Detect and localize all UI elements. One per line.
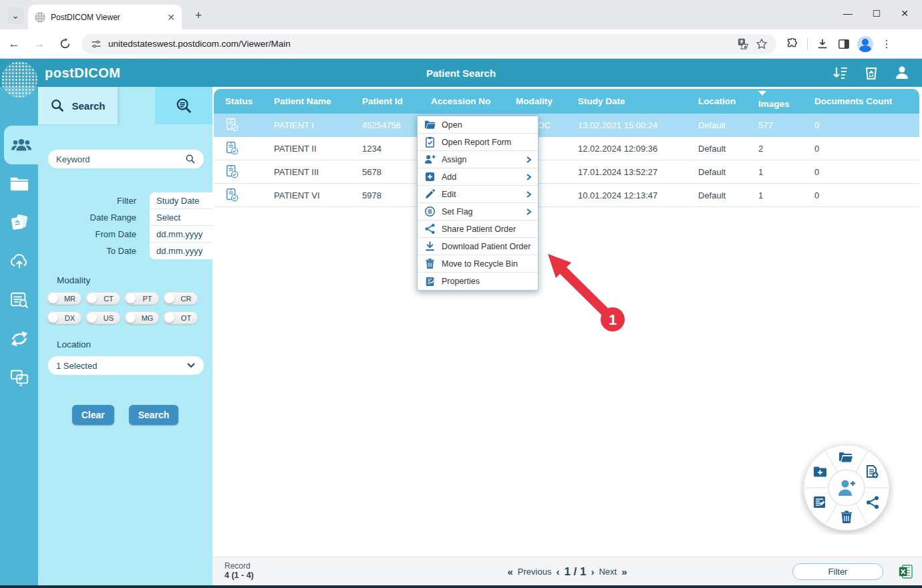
col-documents-count[interactable]: Documents Count [803,89,919,114]
reload-button[interactable] [53,33,76,55]
url-bar[interactable]: unitedstateswest.postdicom.com/Viewer/Ma… [82,34,776,54]
table-row[interactable]: PATIENT III 5678 17.01.2024 13:52:27 Def… [214,160,919,184]
table-row[interactable]: PATIENT I 45254756 DOC 13.02.2021 15:00:… [214,114,919,137]
new-tab-button[interactable]: + [190,7,207,24]
browser-toolbar: ← → unitedstateswest.postdicom.com/Viewe… [0,29,922,59]
sidebar-item-folders[interactable] [0,164,38,203]
modality-toggle-ot[interactable]: OT [163,311,198,324]
browser-tab[interactable]: PostDICOM Viewer ✕ [28,5,182,29]
sort-order-icon[interactable] [832,65,849,81]
status-report-icon [225,164,240,180]
tab-search[interactable]: Search [38,87,118,124]
col-accession-no[interactable]: Accession No [420,89,504,114]
menu-item-download-patient-order[interactable]: Download Patient Order [418,238,538,255]
forward-button[interactable]: → [28,33,51,55]
prev-page-button[interactable]: ‹ [556,566,559,577]
previous-button[interactable]: Previous [518,567,552,577]
sidebar-item-patients[interactable] [4,126,38,164]
col-patient-id[interactable]: Patient Id [351,89,420,114]
modality-group: Modality MR CT PT CR DX US MG OT [38,275,212,324]
tab-search-button[interactable]: ⌄ [7,7,24,24]
filter-button[interactable]: Filter [792,563,883,580]
sidebar-item-transfer[interactable] [0,319,38,358]
modality-toggle-pt[interactable]: PT [124,292,159,305]
recycle-bin-header-icon[interactable] [863,65,879,81]
tab-close-icon[interactable]: ✕ [167,12,175,23]
location-select[interactable]: 1 Selected [48,356,204,375]
menu-item-add[interactable]: Add [418,168,538,186]
tab-advanced-search[interactable] [155,87,212,124]
status-report-icon [225,140,240,156]
modality-label: Modality [57,275,212,285]
last-page-button[interactable]: » [621,566,627,577]
modality-toggle-dx[interactable]: DX [47,311,82,324]
menu-item-open-report-form[interactable]: Open Report Form [418,134,538,151]
sidebar-item-upload[interactable] [0,242,38,281]
downloads-icon[interactable] [813,35,832,53]
menu-item-move-to-recycle-bin[interactable]: Move to Recycle Bin [418,255,538,273]
browser-menu-icon[interactable]: ⋮ [877,35,896,53]
col-study-date[interactable]: Study Date [567,89,687,114]
folder-icon [9,175,29,192]
table-header-row: Status Patient Name Patient Id Accession… [214,89,919,114]
bookmark-star-icon[interactable] [755,37,768,51]
back-button[interactable]: ← [3,33,25,55]
menu-item-edit[interactable]: Edit [418,186,538,203]
location-group: Location 1 Selected [38,339,212,375]
modality-toggle-cr[interactable]: CR [163,292,198,305]
keyword-input[interactable] [56,154,185,164]
menu-item-properties[interactable]: Properties [418,273,538,290]
table-row[interactable]: PATIENT II 1234 12.02.2024 12:09:36 Defa… [214,137,919,160]
sort-desc-icon [758,91,766,96]
next-button[interactable]: Next [599,567,617,577]
col-status[interactable]: Status [214,89,263,114]
sidebar-item-remote-view[interactable] [0,358,38,397]
bottom-edge [0,585,922,588]
col-images[interactable]: Images [747,89,803,114]
sidebar-item-orders[interactable] [0,203,38,242]
chevron-down-icon [186,361,196,370]
remote-view-icon [9,369,29,386]
first-page-button[interactable]: « [507,566,512,577]
menu-item-open[interactable]: Open [418,116,538,134]
modality-toggle-ct[interactable]: CT [86,292,120,305]
modality-toggle-us[interactable]: US [86,311,120,324]
col-patient-name[interactable]: Patient Name [263,89,351,114]
page-indicator: 1 / 1 [564,565,586,579]
translate-icon[interactable] [736,37,750,51]
advanced-search-icon [175,97,192,114]
modality-toggle-mr[interactable]: MR [47,292,82,305]
url-text[interactable]: unitedstateswest.postdicom.com/Viewer/Ma… [108,39,731,49]
table-row[interactable]: PATIENT VI 5978 10.01.2024 12:13:47 Defa… [214,184,919,207]
folder-open-icon [424,119,436,130]
extensions-icon[interactable] [783,35,802,53]
next-page-button[interactable]: › [591,566,594,577]
maximize-button[interactable]: ☐ [873,8,881,19]
toolbar-divider [807,38,808,50]
radial-delete[interactable] [841,511,852,524]
search-panel: Search Filter Date Range From Date To Da… [38,87,212,585]
modality-toggle-mg[interactable]: MG [124,311,159,324]
radial-add-folder[interactable] [814,467,826,477]
minimize-button[interactable]: — [843,8,853,19]
clear-button[interactable]: Clear [72,405,114,425]
col-modality[interactable]: Modality [504,89,567,114]
profile-avatar[interactable] [856,35,875,53]
menu-item-set-flag[interactable]: Set Flag [418,203,538,220]
sidebar-item-worklist[interactable] [0,281,38,319]
excel-export-icon[interactable] [899,565,913,579]
search-tab-label: Search [71,100,105,112]
search-button[interactable]: Search [129,405,179,425]
col-location[interactable]: Location [687,89,747,114]
app-header: postDICOM Patient Search [0,59,922,87]
radial-properties[interactable] [814,496,825,508]
side-panel-icon[interactable] [834,35,853,53]
menu-item-assign[interactable]: Assign [418,151,538,168]
status-report-icon [225,117,240,133]
menu-item-share-patient-order[interactable]: Share Patient Order [418,220,538,238]
properties-icon [424,276,436,287]
site-settings-icon[interactable] [90,37,103,51]
cloud-upload-icon [9,253,29,270]
close-button[interactable]: ✕ [901,8,909,19]
user-account-icon[interactable] [894,65,910,81]
